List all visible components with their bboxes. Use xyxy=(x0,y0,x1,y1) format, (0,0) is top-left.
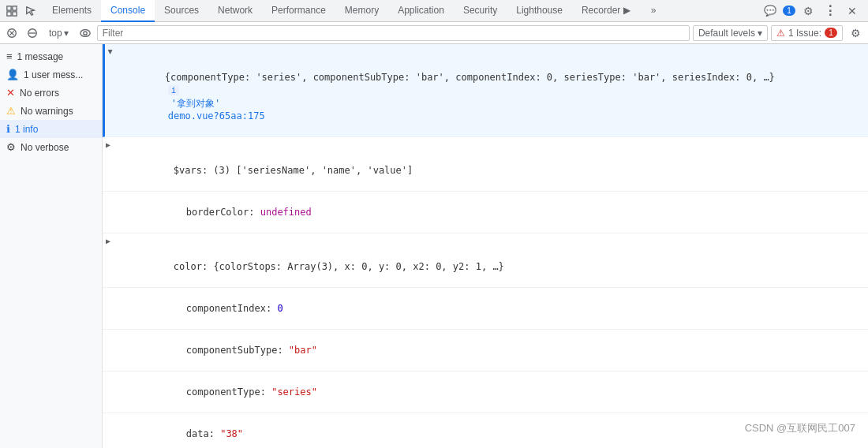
console-output: ▶ {componentType: 'series', componentSub… xyxy=(103,44,868,448)
svg-rect-2 xyxy=(7,11,11,15)
tab-performance[interactable]: Performance xyxy=(262,0,335,22)
error-icon: ✕ xyxy=(6,87,15,99)
tab-sources[interactable]: Sources xyxy=(155,0,208,22)
context-selector[interactable]: top ▾ xyxy=(44,28,73,39)
more-options-icon[interactable]: ⋮ xyxy=(821,2,840,21)
svg-marker-4 xyxy=(27,6,35,15)
tab-lighthouse[interactable]: Lighthouse xyxy=(507,0,572,22)
eye-icon[interactable] xyxy=(77,24,94,42)
close-icon[interactable]: ✕ xyxy=(843,2,862,21)
tab-more[interactable]: » xyxy=(642,0,666,22)
user-icon: 👤 xyxy=(6,69,19,80)
block-icon[interactable] xyxy=(24,24,41,42)
tab-bar: Elements Console Sources Network Perform… xyxy=(0,0,868,22)
expand-arrow-vars[interactable]: ▶ xyxy=(106,139,110,151)
default-levels-dropdown[interactable]: Default levels ▾ xyxy=(693,25,768,41)
inspect-icon[interactable] xyxy=(3,2,21,20)
console-line-color: ▶ color: {colorStops: Array(3), x: 0, y:… xyxy=(103,233,868,288)
tab-security[interactable]: Security xyxy=(454,0,507,22)
console-line-componentindex: componentIndex: 0 xyxy=(103,288,868,330)
sidebar-item-all-messages[interactable]: ≡ 1 message xyxy=(0,47,102,65)
notification-badge: 1 xyxy=(783,6,795,16)
tab-recorder[interactable]: Recorder ▶ xyxy=(572,0,640,22)
console-toolbar: top ▾ Default levels ▾ ⚠ 1 Issue: 1 ⚙ xyxy=(0,22,868,44)
svg-point-11 xyxy=(84,31,87,34)
sidebar-item-user-messages[interactable]: 👤 1 user mess... xyxy=(0,65,102,84)
file-link[interactable]: demo.vue?65aa:175 xyxy=(168,110,265,121)
tab-elements[interactable]: Elements xyxy=(43,0,101,22)
context-dropdown[interactable]: top ▾ xyxy=(49,28,69,39)
console-settings-icon[interactable]: ⚙ xyxy=(846,24,865,43)
filter-input[interactable] xyxy=(97,25,690,41)
svg-rect-1 xyxy=(13,6,17,9)
tab-memory[interactable]: Memory xyxy=(335,0,388,22)
issues-button[interactable]: ⚠ 1 Issue: 1 xyxy=(771,25,843,41)
sidebar-item-errors[interactable]: ✕ No errors xyxy=(0,84,102,102)
console-line-object: ▶ {componentType: 'series', componentSub… xyxy=(103,44,868,137)
console-output-wrapper: ▶ {componentType: 'series', componentSub… xyxy=(103,44,868,448)
cursor-icon[interactable] xyxy=(22,2,39,20)
feedback-icon[interactable]: 💬 xyxy=(761,2,780,21)
settings-icon[interactable]: ⚙ xyxy=(799,2,817,21)
verbose-icon: ⚙ xyxy=(6,141,16,153)
sidebar-item-warnings[interactable]: ⚠ No warnings xyxy=(0,102,102,120)
console-line-bordercolor: borderColor: undefined xyxy=(103,192,868,233)
clear-console-icon[interactable] xyxy=(3,24,21,42)
console-line-componenttype: componentType: "series" xyxy=(103,371,868,413)
watermark: CSDN @互联网民工007 xyxy=(745,421,855,435)
info-badge: i xyxy=(168,85,180,95)
dev-tools-icons xyxy=(0,2,43,20)
svg-point-10 xyxy=(80,29,90,36)
issues-badge: 1 xyxy=(825,28,837,38)
svg-rect-0 xyxy=(7,6,11,9)
sidebar-item-info[interactable]: ℹ 1 info xyxy=(0,120,102,138)
warning-icon: ⚠ xyxy=(6,105,16,117)
sidebar: ≡ 1 message 👤 1 user mess... ✕ No errors… xyxy=(0,44,103,448)
console-line-componentsubtype: componentSubType: "bar" xyxy=(103,330,868,371)
tab-network[interactable]: Network xyxy=(208,0,262,22)
tab-bar-right: 💬 1 ⚙ ⋮ ✕ xyxy=(761,2,868,21)
messages-icon: ≡ xyxy=(6,50,13,62)
tab-application[interactable]: Application xyxy=(388,0,454,22)
info-icon: ℹ xyxy=(6,123,10,135)
console-line-vars: ▶ $vars: (3) ['seriesName', 'name', 'val… xyxy=(103,137,868,192)
main-area: ≡ 1 message 👤 1 user mess... ✕ No errors… xyxy=(0,44,868,448)
sidebar-item-verbose[interactable]: ⚙ No verbose xyxy=(0,138,102,156)
svg-rect-3 xyxy=(13,11,17,15)
expand-arrow-color[interactable]: ▶ xyxy=(106,235,110,248)
expand-arrow-main[interactable]: ▶ xyxy=(104,50,117,54)
tab-console[interactable]: Console xyxy=(101,0,155,22)
